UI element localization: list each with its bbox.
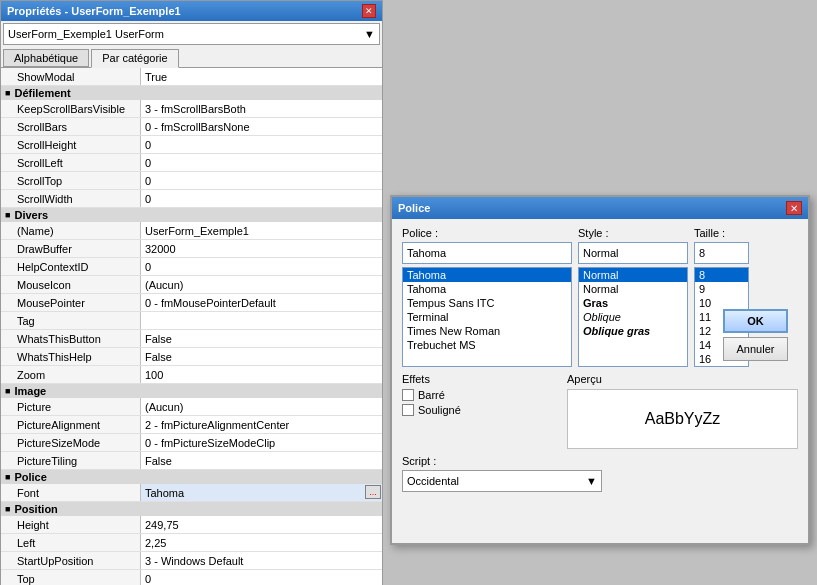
- font-list-container: Tahoma Tahoma Tempus Sans ITC Terminal T…: [402, 267, 572, 367]
- script-select[interactable]: Occidental ▼: [402, 470, 602, 492]
- prop-value[interactable]: False: [141, 452, 382, 469]
- font-input[interactable]: [402, 242, 572, 264]
- prop-name: MousePointer: [1, 294, 141, 311]
- prop-value[interactable]: 0: [141, 258, 382, 275]
- prop-value[interactable]: 0: [141, 570, 382, 585]
- prop-value[interactable]: False: [141, 348, 382, 365]
- prop-value[interactable]: 0 - fmPictureSizeModeClip: [141, 434, 382, 451]
- list-item[interactable]: Oblique: [579, 310, 687, 324]
- effects-preview-row: Effets Barré Souligné Aperçu AaBbYyZz: [402, 373, 798, 449]
- script-arrow-icon: ▼: [586, 475, 597, 487]
- prop-value[interactable]: 32000: [141, 240, 382, 257]
- font-list[interactable]: Tahoma Tahoma Tempus Sans ITC Terminal T…: [402, 267, 572, 367]
- object-selector-value: UserForm_Exemple1 UserForm: [8, 28, 164, 40]
- souligne-checkbox[interactable]: [402, 404, 414, 416]
- prop-value[interactable]: 0: [141, 154, 382, 171]
- panel-close-button[interactable]: ✕: [362, 4, 376, 18]
- tab-par-categorie[interactable]: Par catégorie: [91, 49, 178, 68]
- souligne-checkbox-row: Souligné: [402, 404, 557, 416]
- prop-value[interactable]: 100: [141, 366, 382, 383]
- prop-value[interactable]: 249,75: [141, 516, 382, 533]
- prop-value[interactable]: (Aucun): [141, 276, 382, 293]
- prop-name: KeepScrollBarsVisible: [1, 100, 141, 117]
- list-item[interactable]: Tempus Sans ITC: [403, 296, 571, 310]
- tab-alphabetique[interactable]: Alphabétique: [3, 49, 89, 67]
- font-dialog: Police ✕ Police : Style : Taille : Tahom…: [390, 195, 810, 545]
- style-input[interactable]: [578, 242, 688, 264]
- prop-value[interactable]: False: [141, 330, 382, 347]
- prop-value[interactable]: (Aucun): [141, 398, 382, 415]
- table-row: ScrollTop 0: [1, 172, 382, 190]
- font-column-label: Police :: [402, 227, 572, 239]
- list-item[interactable]: 10: [695, 296, 748, 310]
- object-selector-arrow: ▼: [364, 28, 375, 40]
- list-item[interactable]: 8: [695, 268, 748, 282]
- preview-text-box: AaBbYyZz: [567, 389, 798, 449]
- prop-value-font[interactable]: Tahoma ...: [141, 484, 382, 501]
- object-selector[interactable]: UserForm_Exemple1 UserForm ▼: [3, 23, 380, 45]
- prop-value[interactable]: 3 - fmScrollBarsBoth: [141, 100, 382, 117]
- section-defilement: ■ Défilement: [1, 86, 382, 100]
- properties-scroll[interactable]: ShowModal True ■ Défilement KeepScrollBa…: [1, 68, 382, 585]
- prop-name: Tag: [1, 312, 141, 329]
- table-row: WhatsThisHelp False: [1, 348, 382, 366]
- prop-value[interactable]: 0: [141, 172, 382, 189]
- effects-group: Effets Barré Souligné: [402, 373, 557, 449]
- barre-checkbox[interactable]: [402, 389, 414, 401]
- list-item[interactable]: Trebuchet MS: [403, 338, 571, 352]
- list-item[interactable]: Gras: [579, 296, 687, 310]
- list-item[interactable]: Times New Roman: [403, 324, 571, 338]
- table-row: Zoom 100: [1, 366, 382, 384]
- prop-name: Top: [1, 570, 141, 585]
- table-row: MouseIcon (Aucun): [1, 276, 382, 294]
- prop-value[interactable]: 0: [141, 190, 382, 207]
- cancel-button[interactable]: Annuler: [723, 337, 788, 361]
- table-row: (Name) UserForm_Exemple1: [1, 222, 382, 240]
- table-row: Height 249,75: [1, 516, 382, 534]
- section-position: ■ Position: [1, 502, 382, 516]
- script-label: Script :: [402, 455, 798, 467]
- prop-name: PictureAlignment: [1, 416, 141, 433]
- list-item[interactable]: Oblique gras: [579, 324, 687, 338]
- prop-value[interactable]: 3 - Windows Default: [141, 552, 382, 569]
- table-row: ShowModal True: [1, 68, 382, 86]
- expand-icon: ■: [5, 210, 10, 220]
- style-list[interactable]: Normal Normal Gras Oblique Oblique gras: [578, 267, 688, 367]
- list-item[interactable]: Normal: [579, 268, 687, 282]
- size-input[interactable]: [694, 242, 749, 264]
- table-row: Font Tahoma ...: [1, 484, 382, 502]
- section-divers: ■ Divers: [1, 208, 382, 222]
- table-row: DrawBuffer 32000: [1, 240, 382, 258]
- expand-icon: ■: [5, 386, 10, 396]
- prop-name: ScrollBars: [1, 118, 141, 135]
- list-item[interactable]: Tahoma: [403, 282, 571, 296]
- script-value: Occidental: [407, 475, 459, 487]
- prop-name: PictureTiling: [1, 452, 141, 469]
- properties-panel: Propriétés - UserForm_Exemple1 ✕ UserFor…: [0, 0, 383, 585]
- prop-value[interactable]: [141, 312, 382, 329]
- expand-icon: ■: [5, 504, 10, 514]
- prop-value[interactable]: True: [141, 68, 382, 85]
- dialog-body: Police : Style : Taille : Tahoma Tahoma …: [392, 219, 808, 500]
- prop-value[interactable]: 0 - fmScrollBarsNone: [141, 118, 382, 135]
- souligne-label: Souligné: [418, 404, 461, 416]
- list-item[interactable]: Tahoma: [403, 268, 571, 282]
- list-item[interactable]: Terminal: [403, 310, 571, 324]
- font-browse-button[interactable]: ...: [365, 485, 381, 499]
- prop-value[interactable]: 2 - fmPictureAlignmentCenter: [141, 416, 382, 433]
- dialog-close-button[interactable]: ✕: [786, 201, 802, 215]
- script-section: Script : Occidental ▼: [402, 455, 798, 492]
- prop-value[interactable]: UserForm_Exemple1: [141, 222, 382, 239]
- ok-button[interactable]: OK: [723, 309, 788, 333]
- prop-value[interactable]: 0 - fmMousePointerDefault: [141, 294, 382, 311]
- prop-name: Zoom: [1, 366, 141, 383]
- prop-value[interactable]: 0: [141, 136, 382, 153]
- expand-icon: ■: [5, 88, 10, 98]
- section-image: ■ Image: [1, 384, 382, 398]
- list-item[interactable]: Normal: [579, 282, 687, 296]
- list-item[interactable]: 9: [695, 282, 748, 296]
- barre-label: Barré: [418, 389, 445, 401]
- panel-title: Propriétés - UserForm_Exemple1: [7, 5, 181, 17]
- dialog-inputs-row: [402, 242, 798, 264]
- prop-value[interactable]: 2,25: [141, 534, 382, 551]
